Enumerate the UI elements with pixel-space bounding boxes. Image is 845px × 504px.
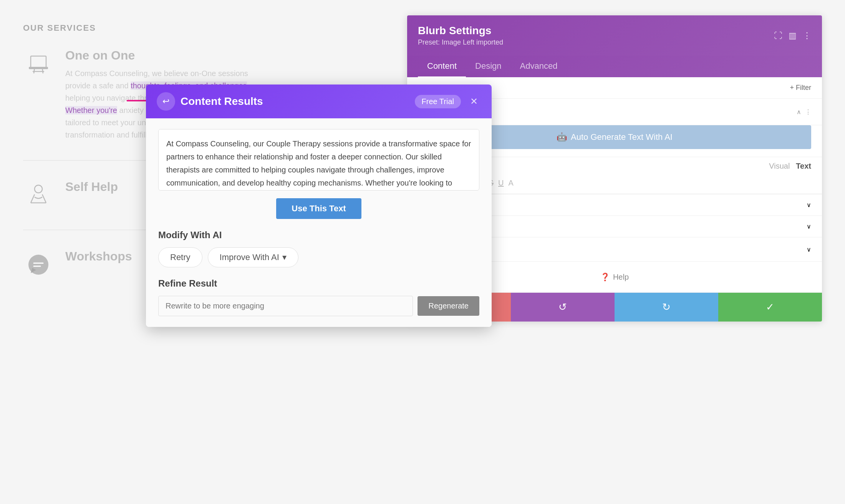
- admin-label-chevron: ∨: [807, 246, 811, 253]
- collapse-icon[interactable]: ∧: [797, 108, 801, 116]
- tab-design[interactable]: Design: [466, 56, 510, 77]
- visual-mode-btn[interactable]: Visual: [769, 162, 790, 171]
- help-icon: ❓: [600, 272, 610, 282]
- service-title-self-help: Self Help: [65, 180, 118, 194]
- service-title-one-on-one: One on One: [65, 48, 254, 63]
- refine-input[interactable]: [158, 296, 413, 316]
- service-content-workshops: Workshops: [65, 249, 132, 268]
- modal-body: At Compass Counseling, our Couple Therap…: [146, 118, 492, 327]
- panel-header: Blurb Settings Preset: Image Left import…: [407, 15, 822, 56]
- section-more-icon[interactable]: ⋮: [805, 108, 811, 116]
- free-trial-badge: Free Trial: [415, 95, 461, 108]
- svg-line-7: [42, 194, 46, 203]
- panel-header-actions: ⛶ ▥ ⋮: [774, 31, 811, 41]
- columns-icon[interactable]: ▥: [789, 31, 797, 41]
- regenerate-button[interactable]: Regenerate: [418, 296, 479, 316]
- save-button[interactable]: ✓: [718, 293, 822, 322]
- service-title-workshops: Workshops: [65, 249, 132, 264]
- modal-header: ↩ Content Results Free Trial ✕: [146, 85, 492, 118]
- refine-input-row: Regenerate: [158, 296, 479, 316]
- refine-title: Refine Result: [158, 278, 479, 289]
- improve-chevron: ▾: [282, 252, 287, 262]
- chair-icon: [23, 48, 54, 79]
- retry-button[interactable]: Retry: [158, 247, 202, 267]
- svg-rect-0: [31, 56, 46, 68]
- modal-back-icon: ↩: [157, 92, 175, 111]
- panel-tabs: Content Design Advanced: [407, 56, 822, 77]
- modal-header-right: Free Trial ✕: [415, 94, 481, 108]
- svg-line-6: [31, 194, 35, 203]
- refine-section: Refine Result Regenerate: [158, 278, 479, 316]
- svg-point-5: [35, 185, 42, 193]
- modal-header-left: ↩ Content Results: [157, 92, 263, 111]
- panel-title-area: Blurb Settings Preset: Image Left import…: [418, 25, 503, 46]
- modify-section: Modify With AI Retry Improve With AI ▾: [158, 230, 479, 267]
- result-textarea[interactable]: At Compass Counseling, our Couple Therap…: [158, 129, 479, 191]
- use-text-button[interactable]: Use This Text: [276, 198, 361, 219]
- fullscreen-icon[interactable]: ⛶: [774, 31, 782, 41]
- modify-title: Modify With AI: [158, 230, 479, 240]
- panel-title: Blurb Settings: [418, 25, 503, 37]
- accordion-2-chevron: ∨: [807, 223, 811, 230]
- undo-button[interactable]: ↺: [511, 293, 615, 322]
- panel-preset: Preset: Image Left imported: [418, 38, 503, 46]
- improve-label: Improve With AI: [220, 252, 279, 262]
- toolbar-color-icon[interactable]: A: [508, 179, 513, 187]
- services-section-label: OUR SERVICES: [23, 23, 254, 33]
- service-content-self-help: Self Help: [65, 180, 118, 199]
- text-section-controls: ∧ ⋮: [797, 108, 811, 116]
- svg-rect-4: [29, 67, 48, 69]
- accordion-1-chevron: ∨: [807, 201, 811, 209]
- tab-advanced[interactable]: Advanced: [511, 56, 567, 77]
- help-label: Help: [613, 273, 629, 282]
- more-options-icon[interactable]: ⋮: [803, 31, 811, 41]
- redo-button[interactable]: ↻: [615, 293, 718, 322]
- modify-buttons: Retry Improve With AI ▾: [158, 247, 479, 267]
- filter-label: + Filter: [790, 84, 811, 92]
- messenger-icon: [23, 249, 54, 280]
- hands-icon: [23, 180, 54, 211]
- toolbar-underline-icon[interactable]: U: [498, 179, 504, 187]
- filter-button[interactable]: + Filter: [790, 84, 811, 92]
- tab-content[interactable]: Content: [418, 56, 466, 77]
- text-mode-btn[interactable]: Text: [796, 162, 811, 171]
- modal-close-button[interactable]: ✕: [467, 94, 481, 108]
- ai-generate-label: Auto Generate Text With AI: [571, 132, 673, 142]
- ai-icon: 🤖: [557, 132, 567, 142]
- editor-mode-toggle: Visual Text: [769, 162, 811, 171]
- content-results-modal: ↩ Content Results Free Trial ✕ At Compas…: [146, 85, 492, 327]
- improve-with-ai-button[interactable]: Improve With AI ▾: [208, 247, 298, 267]
- modal-title: Content Results: [181, 95, 263, 108]
